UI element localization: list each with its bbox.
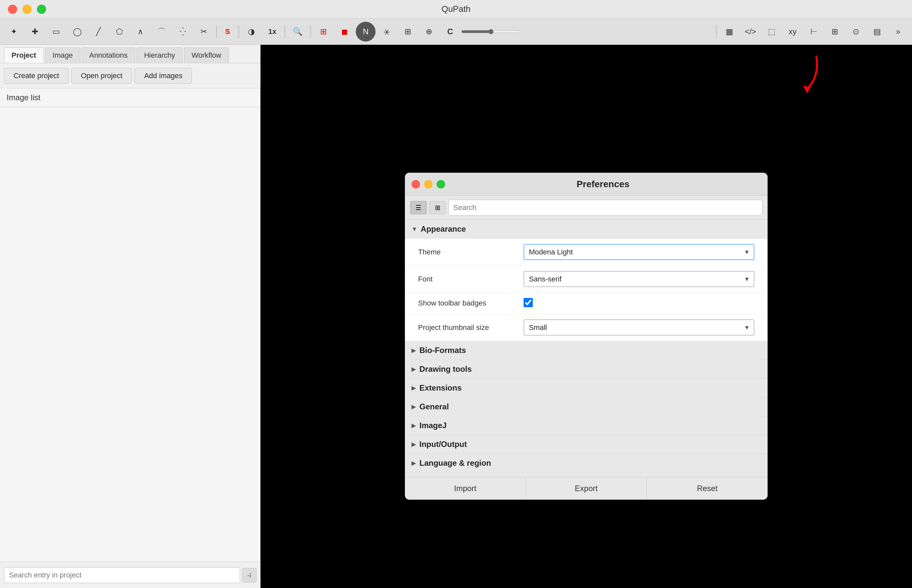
add-images-button[interactable]: Add images	[134, 68, 192, 84]
more-button[interactable]: »	[888, 22, 908, 42]
create-project-button[interactable]: Create project	[4, 68, 69, 84]
tab-hierarchy[interactable]: Hierarchy	[136, 47, 183, 63]
open-project-button[interactable]: Open project	[71, 68, 132, 84]
polygon-tool-button[interactable]: ⬠	[110, 22, 129, 42]
separator-3	[285, 25, 285, 38]
sidebar-search-button[interactable]: ·⁝	[242, 568, 257, 582]
language-region-chevron-icon: ▶	[411, 459, 416, 467]
pointer-tool-button[interactable]: ✦	[4, 22, 24, 42]
tab-annotations[interactable]: Annotations	[82, 47, 135, 63]
ellipse-tool-button[interactable]: ◯	[67, 22, 87, 42]
svg-marker-0	[803, 86, 810, 94]
code-button[interactable]: </>	[741, 22, 760, 42]
extensions-label: Extensions	[419, 383, 462, 393]
freehand-tool-button[interactable]: ⌒	[152, 22, 171, 42]
input-output-section[interactable]: ▶ Input/Output	[405, 435, 768, 454]
thumbnail-size-label: Project thumbnail size	[418, 323, 524, 332]
general-section[interactable]: ▶ General	[405, 397, 768, 416]
imagej-label: ImageJ	[419, 421, 447, 430]
input-output-chevron-icon: ▶	[411, 441, 416, 448]
zoom-label: 1x	[263, 25, 282, 38]
preferences-search-input[interactable]	[448, 200, 762, 216]
toolbar-badges-checkbox[interactable]	[524, 298, 533, 307]
script-button[interactable]: ⬚	[762, 22, 781, 42]
bio-formats-section[interactable]: ▶ Bio-Formats	[405, 341, 768, 360]
points-tool-button[interactable]: ⁛	[173, 22, 192, 42]
polyline-tool-button[interactable]: ∧	[131, 22, 150, 42]
extensions-chevron-icon: ▶	[411, 384, 416, 392]
close-button[interactable]	[8, 5, 17, 14]
brightness-tool-button[interactable]: ◑	[242, 22, 262, 42]
language-region-section[interactable]: ▶ Language & region	[405, 454, 768, 473]
imagej-section[interactable]: ▶ ImageJ	[405, 416, 768, 435]
rectangle-tool-button[interactable]: ▭	[46, 22, 66, 42]
separator-5	[716, 25, 717, 38]
dialog-window-controls	[411, 180, 445, 189]
theme-select[interactable]: Modena Light Modena Dark System Default	[524, 244, 754, 260]
thumbnail-size-select[interactable]: Small Medium Large	[524, 319, 754, 336]
titlebar: QuPath	[0, 0, 912, 18]
grid-view-button[interactable]: ⊞	[429, 201, 446, 214]
c-button[interactable]: C	[440, 22, 460, 42]
imagej-chevron-icon: ▶	[411, 422, 416, 429]
measurement-tables-section[interactable]: ▶ Measurement tables	[405, 473, 768, 477]
general-label: General	[419, 402, 449, 411]
dialog-toolbar: ☰ ⊞	[405, 196, 768, 220]
theme-control: Modena Light Modena Dark System Default …	[524, 244, 754, 260]
sidebar-search-input[interactable]	[4, 567, 240, 583]
zoom-in-button[interactable]: 🔍	[288, 22, 307, 42]
sidebar: Image list	[0, 88, 260, 562]
dialog-footer: Import Export Reset	[405, 477, 768, 500]
line-tool-button[interactable]: ╱	[88, 22, 108, 42]
dialog-maximize-button[interactable]	[437, 180, 445, 189]
tab-workflow[interactable]: Workflow	[184, 47, 229, 63]
dialog-minimize-button[interactable]	[424, 180, 433, 189]
language-region-label: Language & region	[419, 459, 491, 468]
n-button[interactable]: N	[356, 22, 375, 42]
appearance-section-body: Theme Modena Light Modena Dark System De…	[405, 239, 768, 341]
toolbar-badges-label: Show toolbar badges	[418, 299, 524, 307]
table-button[interactable]: ▦	[720, 22, 739, 42]
measure-button[interactable]: ⊢	[804, 22, 824, 42]
main-toolbar: ✦ ✚ ▭ ◯ ╱ ⬠ ∧ ⌒ ⁛ ✂ S ◑ 1x 🔍 ⊞ ◼ N ⚹ ⊞ ⊕…	[0, 18, 912, 45]
import-button[interactable]: Import	[405, 477, 526, 500]
sidebar-action-buttons: Create project Open project Add images	[0, 63, 260, 88]
theme-row: Theme Modena Light Modena Dark System De…	[405, 239, 768, 266]
maximize-button[interactable]	[37, 5, 46, 14]
brightness-slider[interactable]	[461, 29, 521, 34]
grid-button[interactable]: ⚹	[377, 22, 397, 42]
add-tool-button[interactable]: ✚	[25, 22, 45, 42]
drawing-tools-section[interactable]: ▶ Drawing tools	[405, 360, 768, 379]
list-view-button[interactable]: ☰	[410, 201, 427, 214]
cells-button[interactable]: ⊞	[398, 22, 418, 42]
panel-button[interactable]: ▤	[867, 22, 887, 42]
font-select[interactable]: Sans-serif Serif Monospaced	[524, 271, 754, 287]
input-output-label: Input/Output	[419, 440, 467, 449]
scissors-tool-button[interactable]: ✂	[194, 22, 213, 42]
extensions-section[interactable]: ▶ Extensions	[405, 379, 768, 397]
thumbnail-size-row: Project thumbnail size Small Medium Larg…	[405, 314, 768, 341]
classify-button[interactable]: ⊕	[419, 22, 439, 42]
bio-formats-label: Bio-Formats	[419, 346, 466, 355]
reset-button[interactable]: Reset	[647, 477, 768, 500]
sidebar-search-area: ·⁝	[0, 562, 260, 588]
appearance-section-header[interactable]: ▼ Appearance	[405, 220, 768, 239]
tab-image[interactable]: Image	[45, 47, 81, 63]
target-button[interactable]: ⊙	[846, 22, 866, 42]
select-all-button[interactable]: ⊞	[314, 22, 333, 42]
window-controls	[8, 5, 46, 14]
export-button[interactable]: Export	[526, 477, 647, 500]
tab-project[interactable]: Project	[4, 47, 44, 63]
appearance-section-title: Appearance	[421, 225, 466, 234]
bio-formats-chevron-icon: ▶	[411, 347, 416, 354]
tabs-area: Project Image Annotations Hierarchy Work…	[0, 45, 260, 63]
drawing-tools-chevron-icon: ▶	[411, 365, 416, 373]
separator-1	[216, 25, 217, 38]
minimize-button[interactable]	[23, 5, 32, 14]
xy-button[interactable]: xy	[783, 22, 802, 42]
s-tool-button[interactable]: S	[220, 25, 236, 38]
grid2-button[interactable]: ⊞	[825, 22, 845, 42]
drawing-tools-label: Drawing tools	[419, 365, 472, 374]
dialog-close-button[interactable]	[411, 180, 420, 189]
fill-button[interactable]: ◼	[335, 22, 354, 42]
